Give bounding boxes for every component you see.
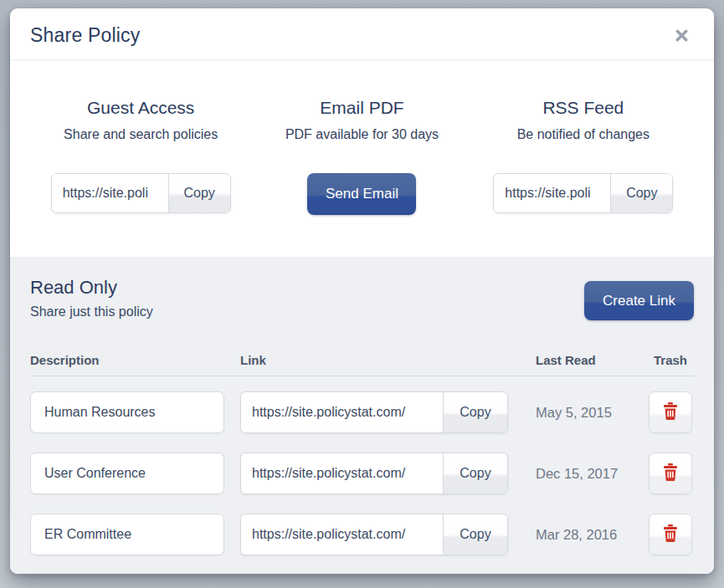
row-link-input[interactable] bbox=[241, 514, 443, 555]
row-copy-button[interactable]: Copy bbox=[443, 514, 507, 555]
row-link-input[interactable] bbox=[241, 453, 443, 493]
read-only-subtitle: Share just this policy bbox=[30, 304, 153, 320]
guest-access-link-group: Copy bbox=[51, 173, 231, 213]
trash-button[interactable] bbox=[649, 453, 692, 494]
email-pdf-title: Email PDF bbox=[251, 97, 472, 119]
column-header-last-read: Last Read bbox=[536, 353, 649, 367]
modal-title: Share Policy bbox=[30, 24, 141, 47]
send-email-button[interactable]: Send Email bbox=[307, 173, 416, 215]
guest-access-column: Guest Access Share and search policies C… bbox=[30, 97, 251, 215]
column-header-link: Link bbox=[240, 353, 508, 367]
table-row: Copy Dec 15, 2017 bbox=[30, 453, 694, 494]
row-copy-button[interactable]: Copy bbox=[443, 453, 507, 493]
table-row: Copy Mar 28, 2016 bbox=[30, 514, 694, 555]
rss-feed-column: RSS Feed Be notified of changes Copy bbox=[473, 97, 694, 215]
column-header-trash: Trash bbox=[649, 353, 692, 367]
table-row: Copy May 5, 2015 bbox=[30, 391, 694, 433]
guest-access-title: Guest Access bbox=[30, 97, 251, 119]
close-button[interactable] bbox=[673, 27, 691, 44]
share-options: Guest Access Share and search policies C… bbox=[10, 60, 714, 257]
rss-feed-subtitle: Be notified of changes bbox=[473, 126, 694, 142]
trash-button[interactable] bbox=[649, 391, 692, 433]
description-input[interactable] bbox=[30, 453, 224, 494]
close-icon bbox=[675, 33, 689, 45]
rss-feed-copy-button[interactable]: Copy bbox=[610, 174, 672, 212]
column-header-description: Description bbox=[30, 353, 224, 367]
description-input[interactable] bbox=[30, 391, 224, 433]
last-read-date: Mar 28, 2016 bbox=[536, 527, 649, 543]
row-link-group: Copy bbox=[240, 514, 508, 555]
guest-access-url-input[interactable] bbox=[52, 174, 168, 212]
row-copy-button[interactable]: Copy bbox=[443, 392, 507, 432]
share-policy-modal: Share Policy Guest Access Share and sear… bbox=[10, 8, 714, 574]
last-read-date: Dec 15, 2017 bbox=[536, 466, 649, 482]
rss-feed-title: RSS Feed bbox=[473, 97, 694, 119]
row-link-group: Copy bbox=[240, 391, 508, 433]
rss-feed-url-input[interactable] bbox=[494, 174, 610, 212]
guest-access-subtitle: Share and search policies bbox=[30, 126, 251, 142]
guest-access-copy-button[interactable]: Copy bbox=[168, 174, 230, 212]
last-read-date: May 5, 2015 bbox=[536, 405, 649, 421]
trash-icon bbox=[663, 402, 678, 422]
description-input[interactable] bbox=[30, 514, 224, 555]
trash-icon bbox=[663, 463, 678, 483]
row-link-input[interactable] bbox=[241, 392, 443, 432]
modal-header: Share Policy bbox=[10, 8, 714, 60]
rss-feed-link-group: Copy bbox=[493, 173, 673, 213]
trash-button[interactable] bbox=[649, 514, 692, 555]
table-header-row: Description Link Last Read Trash bbox=[30, 353, 694, 376]
read-only-title: Read Only bbox=[30, 277, 153, 299]
read-only-heading-block: Read Only Share just this policy bbox=[30, 277, 153, 320]
email-pdf-subtitle: PDF available for 30 days bbox=[251, 126, 472, 142]
row-link-group: Copy bbox=[240, 453, 508, 494]
read-only-section: Read Only Share just this policy Create … bbox=[10, 257, 714, 574]
create-link-button[interactable]: Create Link bbox=[584, 281, 694, 320]
trash-icon bbox=[663, 524, 678, 545]
email-pdf-column: Email PDF PDF available for 30 days Send… bbox=[251, 97, 472, 215]
